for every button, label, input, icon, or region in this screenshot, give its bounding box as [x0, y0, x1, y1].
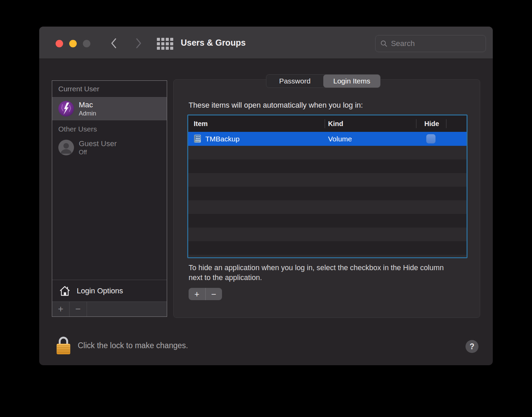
titlebar: Users & Groups [39, 27, 493, 59]
tab-control: Password Login Items [266, 74, 381, 88]
table-add-remove-control: + − [189, 288, 222, 300]
column-header-item[interactable]: Item [194, 115, 208, 132]
help-button[interactable]: ? [466, 340, 478, 353]
current-user-avatar [58, 101, 74, 117]
page-title: Users & Groups [181, 38, 246, 48]
guest-user-avatar [58, 140, 74, 155]
add-login-item-button[interactable]: + [189, 288, 206, 300]
current-user-name: Mac [79, 101, 96, 109]
table-row-tmbackup[interactable]: TMBackup Volume [188, 132, 467, 146]
search-input[interactable] [391, 39, 481, 48]
other-users-header: Other Users [52, 122, 167, 136]
search-field[interactable] [375, 35, 486, 52]
home-icon [59, 285, 71, 296]
login-items-heading: These items will open automatically when… [189, 101, 363, 110]
hide-help-text: To hide an application when you log in, … [189, 263, 455, 283]
column-divider [325, 119, 325, 128]
column-divider [416, 119, 416, 128]
remove-user-button[interactable]: − [70, 302, 87, 316]
search-icon [380, 40, 387, 48]
empty-rows [188, 146, 467, 257]
guest-user-name: Guest User [79, 139, 117, 148]
sidebar-add-remove-bar: + − [52, 302, 167, 316]
column-header-hide[interactable]: Hide [417, 115, 447, 132]
current-user-role: Admin [79, 110, 96, 117]
remove-login-item-button[interactable]: − [206, 288, 222, 300]
lock-message: Click the lock to make changes. [78, 341, 188, 350]
minimize-window-button[interactable] [69, 40, 77, 47]
show-all-grid-icon[interactable] [157, 38, 173, 50]
sidebar-item-guest-user[interactable]: Guest User Off [52, 136, 167, 159]
current-user-header: Current User [52, 81, 167, 97]
zoom-window-button [83, 40, 90, 47]
close-window-button[interactable] [56, 40, 63, 47]
login-options-label: Login Options [77, 287, 123, 295]
lock-icon[interactable] [56, 336, 71, 355]
tab-login-items[interactable]: Login Items [323, 75, 380, 88]
column-header-kind[interactable]: Kind [328, 115, 343, 132]
login-items-table[interactable]: Item Kind Hide TMBackup Volume [187, 114, 468, 258]
sidebar-item-current-user[interactable]: Mac Admin [52, 97, 167, 120]
users-groups-window: Users & Groups Current User [39, 27, 493, 365]
row-item-name: TMBackup [205, 135, 239, 143]
tab-password[interactable]: Password [266, 75, 323, 88]
shared-volume-icon [193, 134, 202, 143]
sidebar-item-login-options[interactable]: Login Options [52, 280, 167, 302]
column-divider [446, 119, 446, 128]
hide-checkbox[interactable] [426, 134, 435, 143]
back-button[interactable] [110, 37, 118, 49]
row-kind: Volume [328, 135, 352, 143]
forward-button[interactable] [135, 37, 142, 49]
guest-user-status: Off [79, 149, 117, 156]
users-sidebar: Current User Mac Admin Other Users [52, 80, 167, 317]
add-user-button[interactable]: + [52, 302, 70, 316]
table-header: Item Kind Hide [188, 115, 467, 132]
